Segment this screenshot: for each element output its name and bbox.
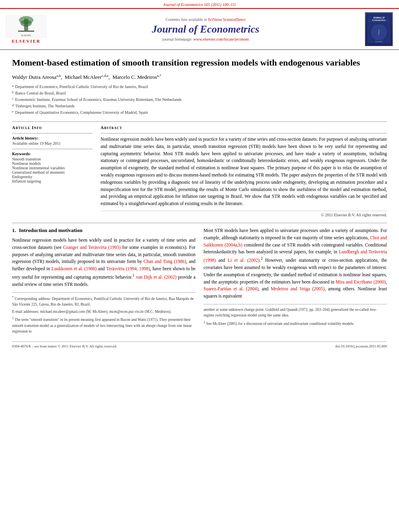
divider-abstract <box>101 133 387 134</box>
footnote-star: * Corresponding address: Department of E… <box>12 295 195 308</box>
author3-sup: a,* <box>157 74 161 78</box>
header-center: Contents lists available at SciVerse Sci… <box>52 17 359 41</box>
footnotes-left: * Corresponding address: Department of E… <box>12 292 195 335</box>
journal-citation: Journal of Econometrics 165 (2011) 100–1… <box>163 2 236 7</box>
ref-vandijk[interactable]: van Dijk et al. (2002) <box>136 275 177 279</box>
history-label: Article history: <box>12 136 93 140</box>
author3-name: Marcelo C. Medeiros <box>112 74 157 80</box>
elsevier-tree-icon: ELSEVIER <box>6 15 46 37</box>
footnote-email: E-mail addresses: michael.mcaleer@gmail.… <box>12 309 195 314</box>
homepage-link[interactable]: www.elsevier.com/locate/jeconom <box>193 37 249 41</box>
author1-name: Waldyr Dutra Areosa <box>12 74 56 80</box>
affil-4: d Tinbergen Institute, The Netherlands <box>12 103 387 109</box>
journal-title: Journal of Econometrics <box>52 23 359 35</box>
svg-rect-4 <box>18 31 34 32</box>
svg-text:ELSEVIER: ELSEVIER <box>21 34 31 37</box>
journal-cover-svg: JOURNAL OF ECONOMETRICS ∫ ELSEVIER <box>365 14 393 44</box>
affil-2: b Banco Central do Brasil, Brazil <box>12 90 387 97</box>
article-info-label: Article Info <box>12 125 93 130</box>
divider-body <box>12 223 387 223</box>
intro-heading: 1. Introduction and motivation <box>12 227 195 234</box>
keyword-4: Generalized method of moments <box>12 170 93 175</box>
author2-name: Michael McAleer <box>65 74 102 80</box>
journal-icon-area: JOURNAL OF ECONOMETRICS ∫ ELSEVIER <box>363 12 395 46</box>
copyright: © 2011 Elsevier B.V. All rights reserved… <box>101 211 387 217</box>
sciverse-link[interactable]: SciVerse ScienceDirect <box>208 17 246 22</box>
keyword-3: Nonlinear instrumental variables <box>12 166 93 170</box>
footnote-2: 2 See McAleer (2005) for a discussion of… <box>204 320 387 327</box>
keyword-1: Smooth transition <box>12 157 93 161</box>
affil-3: c Econometric Institute, Erasmus School … <box>12 97 387 103</box>
svg-text:ECONOMETRICS: ECONOMETRICS <box>372 19 385 21</box>
ref-mira[interactable]: Mira and Escribano (2000) <box>335 279 386 284</box>
svg-text:JOURNAL OF: JOURNAL OF <box>373 17 385 19</box>
ref-chan[interactable]: Chan and Tong (1986) <box>144 259 186 264</box>
elsevier-brand: ELSEVIER <box>12 39 41 43</box>
affil-1: a Department of Economics, Pontifical Ca… <box>12 84 387 90</box>
header-banner: ELSEVIER ELSEVIER Contents lists availab… <box>0 8 399 50</box>
ref-luukkonen[interactable]: Luukkonen et al. (1988) <box>51 266 97 271</box>
right-paragraph: Most STR models have been applied to uni… <box>204 227 387 300</box>
divider-1 <box>12 121 387 122</box>
author2-sup: c,d,e <box>102 74 109 78</box>
abstract-column: Abstract Nonlinear regression models hav… <box>101 125 387 217</box>
history-value: Available online 19 May 2011 <box>12 141 93 146</box>
keywords-label: Keywords: <box>12 152 93 156</box>
elsevier-logo-area: ELSEVIER ELSEVIER <box>4 15 48 43</box>
footnote-1: 1 The term "smooth transition" in its pr… <box>12 316 195 334</box>
ref-suarez[interactable]: Suarez-Farińas et al. (2004) <box>204 286 258 291</box>
keyword-6: Inflation targeting <box>12 179 93 183</box>
author1-sup: a,b <box>56 74 61 78</box>
divider-info <box>12 133 93 134</box>
authors-line: Waldyr Dutra Areosaa,b, Michael McAleerc… <box>12 74 387 80</box>
doi-line: doi:10.1016/j.jeconom.2011.05.009 <box>335 344 387 348</box>
ref-li[interactable]: Li et al. (2002). <box>228 258 261 263</box>
keyword-2: Nonlinear models <box>12 161 93 166</box>
bottom-info-bar: 0304-4076/$ – see front matter © 2011 El… <box>12 341 387 348</box>
ref-medeiros[interactable]: Medeiros and Veiga (2005) <box>271 286 325 291</box>
intro-paragraph: Nonlinear regression models have been wi… <box>12 237 195 288</box>
article-title: Moment-based estimation of smooth transi… <box>12 57 387 69</box>
journal-cover-icon: JOURNAL OF ECONOMETRICS ∫ ELSEVIER <box>365 12 393 46</box>
keyword-5: Endogeneity <box>12 175 93 179</box>
info-abstract-section: Article Info Article history: Available … <box>12 125 387 217</box>
body-columns: 1. Introduction and motivation Nonlinear… <box>12 227 387 336</box>
article-info-column: Article Info Article history: Available … <box>12 125 93 217</box>
body-right-column: Most STR models have been applied to uni… <box>204 227 387 336</box>
affiliations: a Department of Economics, Pontifical Ca… <box>12 84 387 116</box>
ref-terasvirta[interactable]: Teräsvirta (1994, 1998) <box>106 266 150 271</box>
divider-keywords <box>12 149 93 149</box>
abstract-label: Abstract <box>101 125 387 130</box>
homepage-line: journal homepage: www.elsevier.com/locat… <box>52 37 359 41</box>
main-content: Moment-based estimation of smooth transi… <box>0 50 399 352</box>
svg-text:∫: ∫ <box>378 29 380 35</box>
footnote-cont: another at some unknown change point. Go… <box>204 307 387 318</box>
body-left-column: 1. Introduction and motivation Nonlinear… <box>12 227 195 336</box>
issn-line: 0304-4076/$ – see front matter © 2011 El… <box>12 344 117 348</box>
journal-top-bar: Journal of Econometrics 165 (2011) 100–1… <box>0 0 399 8</box>
svg-point-3 <box>21 20 32 27</box>
affil-5: e Department of Quantitative Economics, … <box>12 109 387 116</box>
svg-text:ELSEVIER: ELSEVIER <box>375 41 383 43</box>
sciverse-line: Contents lists available at SciVerse Sci… <box>52 17 359 22</box>
ref-granger[interactable]: Granger and Teräsvirta (1993) <box>63 245 121 250</box>
abstract-text: Nonlinear regression models have been wi… <box>101 136 387 207</box>
footnotes-right: another at some unknown change point. Go… <box>204 304 387 327</box>
